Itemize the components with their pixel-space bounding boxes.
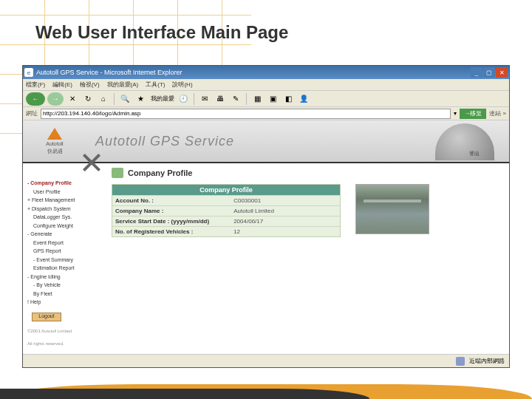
status-zone-icon <box>456 357 465 366</box>
sidebar-item-1[interactable]: User Profile <box>27 188 101 197</box>
close-button[interactable]: ✕ <box>496 67 508 78</box>
profile-value: C0030001 <box>231 196 340 205</box>
sidebar-item-8[interactable]: GPS Report <box>27 248 101 256</box>
window-title: Autotoll GPS Service - Microsoft Interne… <box>36 69 471 76</box>
profile-row: Account No. :C0030001 <box>112 195 340 205</box>
profile-value: 12 <box>231 227 340 236</box>
logo-icon <box>47 128 62 140</box>
globe-graphic <box>435 123 494 160</box>
menu-help[interactable]: 說明(H) <box>172 81 192 89</box>
messenger-icon[interactable]: 👤 <box>297 92 310 106</box>
sidebar-item-2[interactable]: + Fleet Management <box>27 197 101 205</box>
maximize-button[interactable]: ▢ <box>483 67 495 78</box>
menu-view[interactable]: 檢視(V) <box>80 81 100 89</box>
logout-link[interactable]: 登出 <box>469 150 480 157</box>
ie-icon: e <box>24 68 33 77</box>
menu-file[interactable]: 檔案(F) <box>26 81 45 89</box>
favorites-button[interactable]: ★ <box>134 92 147 106</box>
sidebar-item-6[interactable]: - Generate <box>27 231 101 239</box>
profile-label: Company Name : <box>112 206 231 216</box>
copyright-2: All rights reserved. <box>27 341 101 347</box>
menu-tools[interactable]: 工具(T) <box>146 81 165 89</box>
slide-footer-wave <box>0 378 532 399</box>
mail-button[interactable]: ✉ <box>198 92 211 106</box>
toolbar-icon[interactable]: ▦ <box>250 92 264 106</box>
addressbar: 網址 http://203.194.140.40/logc/Admin.asp … <box>23 107 509 120</box>
logout-button[interactable]: Logout <box>32 313 61 321</box>
main-panel: Company Profile Company Profile Account … <box>104 163 509 354</box>
profile-panel-title: Company Profile <box>112 185 340 195</box>
logo: Autotoll 快易通 <box>29 123 81 160</box>
satellite-icon <box>81 151 103 174</box>
stop-button[interactable]: ✕ <box>66 92 79 106</box>
address-dropdown-icon[interactable]: ▾ <box>454 110 457 117</box>
statusbar: 近端內部網路 <box>23 354 509 367</box>
toolbar: ← → ✕ ↻ ⌂ 🔍 ★ 我的最愛 🕘 ✉ 🖶 ✎ ▦ ▣ ◧ 👤 <box>23 91 509 107</box>
toolbar-icon[interactable]: ◧ <box>282 92 295 106</box>
profile-value: 2004/06/17 <box>231 216 340 226</box>
menu-favorites[interactable]: 我的最愛(A) <box>107 81 139 89</box>
traffic-image <box>355 184 429 234</box>
profile-icon <box>112 168 123 178</box>
profile-row: Service Start Date : (yyyy/mm/dd)2004/06… <box>112 216 340 226</box>
profile-value: Autotoll Limited <box>231 206 340 216</box>
print-button[interactable]: 🖶 <box>214 92 227 106</box>
sidebar-item-14[interactable]: ! Help <box>27 299 101 307</box>
sidebar-nav: - Company ProfileUser Profile+ Fleet Man… <box>23 163 104 354</box>
minimize-button[interactable]: _ <box>471 67 482 78</box>
profile-label: Service Start Date : (yyyy/mm/dd) <box>112 216 231 226</box>
address-value: http://203.194.140.40/logc/Admin.asp <box>43 110 141 117</box>
sidebar-item-5[interactable]: Configure Weight <box>27 222 101 231</box>
sidebar-item-13[interactable]: By Fleet <box>27 290 101 299</box>
app-header: Autotoll 快易通 Autotoll GPS Service 登出 <box>23 120 509 163</box>
links-label[interactable]: 連結 » <box>489 109 506 117</box>
sidebar-item-11[interactable]: - Engine Idling <box>27 273 101 282</box>
slide-title: Web User Interface Main Page <box>35 22 288 43</box>
logo-text: Autotoll <box>46 141 63 146</box>
section-header: Company Profile <box>112 168 502 178</box>
sidebar-item-9[interactable]: - Event Summary <box>27 256 101 265</box>
profile-row: No. of Registered Vehicles :12 <box>112 226 340 236</box>
address-label: 網址 <box>26 109 38 117</box>
sidebar-item-4[interactable]: DataLogger Sys. <box>27 214 101 222</box>
go-button[interactable]: → 移至 <box>460 109 486 119</box>
titlebar: e Autotoll GPS Service - Microsoft Inter… <box>23 66 509 79</box>
sidebar-item-0[interactable]: - Company Profile <box>27 180 101 188</box>
page-content: Autotoll 快易通 Autotoll GPS Service 登出 - C… <box>23 120 509 354</box>
refresh-button[interactable]: ↻ <box>81 92 95 106</box>
address-input[interactable]: http://203.194.140.40/logc/Admin.asp <box>41 109 451 119</box>
home-button[interactable]: ⌂ <box>97 92 110 106</box>
sidebar-item-3[interactable]: + Dispatch System <box>27 205 101 214</box>
menubar: 檔案(F) 編輯(E) 檢視(V) 我的最愛(A) 工具(T) 說明(H) <box>23 79 509 91</box>
profile-label: No. of Registered Vehicles : <box>112 227 231 236</box>
sidebar-item-7[interactable]: Event Report <box>27 239 101 248</box>
app-title: Autotoll GPS Service <box>95 134 234 149</box>
favorites-label: 我的最愛 <box>151 95 174 103</box>
profile-label: Account No. : <box>112 196 231 205</box>
forward-button[interactable]: → <box>47 92 64 106</box>
sidebar-item-12[interactable]: - By Vehicle <box>27 282 101 290</box>
back-button[interactable]: ← <box>26 92 45 106</box>
sidebar-item-10[interactable]: Estimation Report <box>27 265 101 273</box>
logo-subtext: 快易通 <box>47 148 63 155</box>
search-button[interactable]: 🔍 <box>118 92 132 106</box>
edit-button[interactable]: ✎ <box>229 92 242 106</box>
status-text: 近端內部網路 <box>469 357 505 365</box>
browser-window: e Autotoll GPS Service - Microsoft Inter… <box>22 65 510 368</box>
history-button[interactable]: 🕘 <box>177 92 190 106</box>
profile-row: Company Name :Autotoll Limited <box>112 205 340 216</box>
menu-edit[interactable]: 編輯(E) <box>52 81 72 89</box>
profile-panel: Company Profile Account No. :C0030001Com… <box>112 184 341 237</box>
copyright-1: ©2001 Autotoll Limited <box>27 329 101 335</box>
toolbar-icon[interactable]: ▣ <box>266 92 279 106</box>
section-title: Company Profile <box>128 168 192 177</box>
